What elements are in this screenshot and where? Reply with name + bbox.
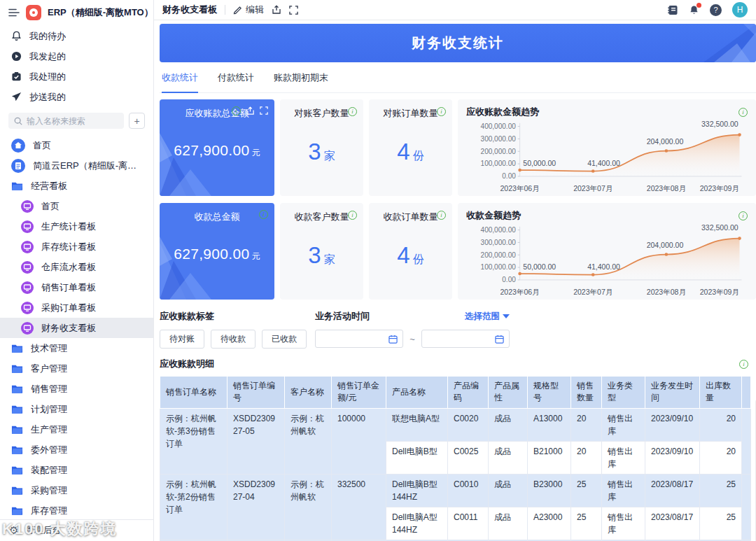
info-icon[interactable] (738, 108, 748, 117)
col-header[interactable]: 产品编码 (448, 377, 489, 409)
cell-cutoff (742, 408, 751, 474)
sidebar-item-started-by-me[interactable]: 我发起的 (0, 46, 153, 66)
tab-period-balance[interactable]: 账款期初期末 (274, 62, 328, 92)
card-receivable-total[interactable]: 应收账款总金额 627,900.00元 (160, 99, 274, 196)
card-receipt-customers[interactable]: 收款客户数量 3家 (280, 203, 363, 300)
sidebar-board-home[interactable]: 首页 (0, 196, 153, 216)
help-icon[interactable] (710, 4, 722, 16)
tab-receipt-stats[interactable]: 收款统计 (162, 62, 198, 92)
svg-text:204,000.00: 204,000.00 (647, 137, 684, 146)
avatar[interactable]: H (732, 2, 748, 17)
info-icon[interactable] (738, 211, 748, 220)
date-range-separator: ~ (410, 334, 415, 344)
fullscreen-button[interactable] (289, 6, 298, 15)
sidebar-board-finance[interactable]: 财务收支看板 (0, 318, 153, 338)
line-chart: 0.00100,000.00200,000.00300,000.00400,00… (466, 118, 748, 194)
card-receipt-total[interactable]: 收款总金额 627,900.00元 (160, 203, 274, 300)
col-header[interactable]: 销售订单金额/元 (332, 377, 386, 409)
col-header[interactable]: 业务发生时间 (645, 377, 700, 409)
info-icon[interactable] (259, 210, 268, 219)
tag-received[interactable]: 已收款 (262, 330, 307, 349)
sidebar-board-purchase-orders[interactable]: 采购订单看板 (0, 297, 153, 318)
col-header[interactable]: 规格型号 (528, 377, 571, 409)
share-button[interactable] (272, 5, 281, 15)
add-button[interactable] (129, 113, 145, 129)
sidebar-item-home[interactable]: 首页 (0, 135, 153, 155)
folder-icon (11, 364, 23, 374)
info-icon[interactable] (348, 107, 357, 116)
tag-pending-receipt[interactable]: 待收款 (211, 330, 255, 349)
select-range-link[interactable]: 选择范围 (465, 311, 510, 323)
tab-payment-stats[interactable]: 付款统计 (218, 62, 254, 92)
tag-pending-reconcile[interactable]: 待对账 (160, 330, 204, 349)
sidebar-folder-purchasing[interactable]: 采购管理 (0, 480, 153, 500)
col-header-cutoff (742, 377, 751, 409)
sidebar-folder-assembly[interactable]: 装配管理 (0, 460, 153, 480)
info-icon[interactable] (232, 106, 241, 115)
sidebar-folder-customer[interactable]: 客户管理 (0, 358, 153, 379)
col-header[interactable]: 产品属性 (489, 377, 528, 409)
table-header-row: 销售订单名称 销售订单编号 客户名称 销售订单金额/元 产品名称 产品编码 产品… (160, 377, 751, 409)
card-reconciled-orders[interactable]: 对账订单数量 4份 (369, 99, 452, 196)
sidebar-folder-sales[interactable]: 销售管理 (0, 379, 153, 399)
sidebar-board-production-stats[interactable]: 生产统计看板 (0, 216, 153, 237)
app-logo[interactable] (26, 5, 41, 20)
card-reconciled-customers[interactable]: 对账客户数量 3家 (280, 99, 363, 196)
folder-icon (11, 445, 23, 455)
bell-icon (11, 31, 22, 41)
filter-tags-label: 应收账款标签 (160, 310, 315, 323)
sidebar-board-warehouse-flow[interactable]: 仓库流水看板 (0, 257, 153, 277)
info-icon[interactable] (348, 211, 357, 220)
sidebar-item-my-todo[interactable]: 我的待办 (0, 26, 153, 46)
col-header[interactable]: 产品名称 (386, 377, 448, 409)
sidebar-item-label: 首页 (33, 139, 51, 152)
chart-receipt-trend[interactable]: 收款金额趋势 0.00100,000.00200,000.00300,000.0… (458, 203, 756, 300)
col-header[interactable]: 销售订单编号 (227, 377, 285, 409)
notifications-button[interactable] (689, 5, 699, 15)
sidebar-item-handled-by-me[interactable]: 我处理的 (0, 66, 153, 87)
col-header[interactable]: 业务类型 (602, 377, 645, 409)
sidebar-folder-planning[interactable]: 计划管理 (0, 399, 153, 419)
contacts-icon[interactable] (667, 5, 678, 15)
cell-date: 2023/09/10 (645, 441, 700, 474)
card-toolbar (259, 210, 268, 219)
info-icon[interactable] (437, 211, 446, 220)
admin-console-button[interactable]: 管理后台 (0, 519, 153, 541)
search-input[interactable] (27, 116, 118, 126)
svg-text:0.00: 0.00 (502, 172, 516, 180)
sidebar-item-cc-to-me[interactable]: 抄送我的 (0, 87, 153, 107)
sidebar-board-inventory-stats[interactable]: 库存统计看板 (0, 237, 153, 257)
stat-row-1: 应收账款总金额 627,900.00元 对账客户数量 3家 对账订单数量 (160, 99, 756, 196)
sidebar-item-business-boards[interactable]: 经营看板 (0, 176, 153, 196)
search-input-wrap[interactable] (8, 113, 124, 129)
fullscreen-icon[interactable] (260, 106, 268, 118)
receivable-table: 销售订单名称 销售订单编号 客户名称 销售订单金额/元 产品名称 产品编码 产品… (160, 376, 751, 541)
share-icon[interactable] (246, 106, 255, 118)
sidebar-folder-inventory[interactable]: 库存管理 (0, 500, 153, 519)
col-header[interactable]: 销售订单名称 (160, 377, 227, 409)
date-from-input[interactable] (315, 330, 403, 348)
table-row[interactable]: 示例：杭州帆软-第3份销售订单 XSDD230927-05 示例：杭州帆软 10… (160, 408, 751, 441)
sidebar-folder-tech[interactable]: 技术管理 (0, 338, 153, 358)
date-to-input[interactable] (421, 330, 510, 348)
hamburger-menu-icon[interactable] (8, 8, 20, 17)
svg-text:41,400.00: 41,400.00 (587, 262, 620, 271)
cell-product-name: Dell电脑A型 144HZ (386, 507, 448, 540)
sidebar-item-label: 生产管理 (31, 423, 67, 436)
cell-qty: 20 (571, 441, 602, 474)
col-header[interactable]: 销售数量 (571, 377, 602, 409)
edit-button[interactable]: 编辑 (233, 3, 264, 16)
col-header[interactable]: 客户名称 (285, 377, 332, 409)
chart-receivable-trend[interactable]: 应收账款金额趋势 0.00100,000.00200,000.00300,000… (458, 99, 756, 196)
dashboard-icon (21, 281, 34, 294)
info-icon[interactable] (437, 107, 446, 116)
sidebar-folder-outsourcing[interactable]: 委外管理 (0, 440, 153, 460)
sidebar-item-jiandaoyun-erp[interactable]: 简道云ERP（精细版-离散MTO）「... (0, 155, 153, 176)
sidebar-board-sales-orders[interactable]: 销售订单看板 (0, 277, 153, 297)
col-header[interactable]: 出库数量 (700, 377, 742, 409)
sidebar-folder-production[interactable]: 生产管理 (0, 419, 153, 440)
card-receipt-orders[interactable]: 收款订单数量 4份 (369, 203, 452, 300)
info-icon[interactable] (739, 360, 748, 369)
table-row[interactable]: 示例：杭州帆软-第2份销售订单 XSDD230927-04 示例：杭州帆软 33… (160, 474, 751, 507)
svg-text:50,000.00: 50,000.00 (523, 159, 556, 167)
